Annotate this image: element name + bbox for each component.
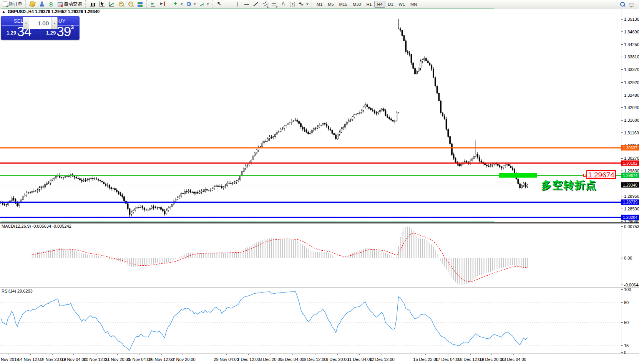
indicators-button[interactable] xyxy=(171,0,184,8)
candles-icon xyxy=(100,2,105,7)
svg-text:1.28500: 1.28500 xyxy=(624,207,639,211)
person-icon xyxy=(39,1,45,7)
auto-trading-button-label: 自动交易 xyxy=(64,1,82,7)
rsi-indicator-label: RSI(14) 29.6293 xyxy=(2,289,33,293)
chart-shift-button[interactable] xyxy=(158,0,167,8)
svg-text:15 Dec 23:00: 15 Dec 23:00 xyxy=(413,357,438,362)
template-icon xyxy=(200,2,204,6)
arrows-icon xyxy=(298,1,304,7)
svg-text:50: 50 xyxy=(624,320,629,325)
auto-icon xyxy=(58,2,63,7)
horizontal-line-button[interactable] xyxy=(242,0,251,8)
signals-button[interactable] xyxy=(46,0,56,8)
autoscroll-icon xyxy=(150,1,156,7)
volume-input[interactable] xyxy=(29,17,51,29)
volume-decrease-button[interactable]: ▼ xyxy=(23,17,29,29)
timeframe-w1-button[interactable]: W1 xyxy=(396,1,408,8)
data-window-button[interactable] xyxy=(37,0,46,8)
text-button[interactable] xyxy=(279,0,288,8)
svg-text:19 Dec 20:00: 19 Dec 20:00 xyxy=(479,357,504,362)
timeframe-m30-button[interactable]: M30 xyxy=(350,1,363,8)
auto-trading-button[interactable]: 自动交易 xyxy=(56,0,84,8)
timeframe-d1-button[interactable]: D1 xyxy=(385,1,396,8)
auto-scroll-button[interactable] xyxy=(149,0,158,8)
linechart-icon xyxy=(109,2,114,7)
rsi-pane xyxy=(0,291,621,350)
tile-icon xyxy=(137,1,143,7)
svg-text:25 Nov 04:00: 25 Nov 04:00 xyxy=(126,357,151,362)
svg-text:1.28950: 1.28950 xyxy=(624,194,639,199)
equidistant-channel-button[interactable] xyxy=(261,0,270,8)
price-callout-label[interactable]: 1.29674 xyxy=(586,170,616,179)
new-order-button[interactable]: 新订单 xyxy=(1,0,24,8)
svg-text:23 Dec 04:00: 23 Dec 04:00 xyxy=(501,357,526,362)
timeframe-m5-button[interactable]: M5 xyxy=(325,1,336,8)
arrows-button[interactable] xyxy=(297,0,310,8)
svg-text:15: 15 xyxy=(624,343,629,348)
line-chart-button[interactable] xyxy=(107,0,116,8)
svg-text:1.30270: 1.30270 xyxy=(624,156,639,160)
timeframe-m1-button[interactable]: M1 xyxy=(314,1,325,8)
vertical-line-button[interactable] xyxy=(233,0,242,8)
textA-icon xyxy=(280,1,287,7)
gold-icon xyxy=(29,1,36,7)
candlestick-chart-button[interactable] xyxy=(97,0,107,8)
periods-button[interactable] xyxy=(184,0,198,8)
shift-icon xyxy=(159,1,166,7)
search-button[interactable] xyxy=(618,0,627,8)
svg-text:1.34690: 1.34690 xyxy=(624,30,639,34)
timeframe-h1-button[interactable]: H1 xyxy=(363,1,374,8)
chevron-down-icon xyxy=(306,3,309,5)
zoom-out-button[interactable] xyxy=(126,0,136,8)
time-axis[interactable]: 3 Nov 201914 Nov 12:0017 Nov 23:0019 Nov… xyxy=(0,354,526,362)
macd-histogram xyxy=(32,227,528,285)
market-watch-button[interactable] xyxy=(28,0,37,8)
crosshair-button[interactable] xyxy=(224,0,233,8)
turning-point-annotation[interactable]: 多空转折点 xyxy=(541,178,597,192)
volume-control: ▼ ▲ xyxy=(23,17,58,29)
support-zone-rectangle[interactable] xyxy=(499,173,537,178)
tline-icon xyxy=(253,1,259,7)
svg-text:19 Nov 04:00: 19 Nov 04:00 xyxy=(61,357,86,362)
timeframe-m15-button[interactable]: M15 xyxy=(337,1,350,8)
svg-text:5 Dec 04:00: 5 Dec 04:00 xyxy=(281,357,304,362)
svg-text:1.31160: 1.31160 xyxy=(624,131,639,135)
templates-button[interactable] xyxy=(198,0,211,8)
svg-text:1.33810: 1.33810 xyxy=(624,55,639,59)
bar-chart-button[interactable] xyxy=(88,0,97,8)
hline-icon xyxy=(244,1,250,7)
text-label-button[interactable] xyxy=(288,0,297,8)
svg-text:1.29340: 1.29340 xyxy=(623,183,637,187)
svg-text:11 Dec 04:00: 11 Dec 04:00 xyxy=(347,357,372,362)
zoomin-icon xyxy=(119,2,124,7)
svg-text:3 Dec 20:00: 3 Dec 20:00 xyxy=(259,357,282,362)
chat-button[interactable] xyxy=(627,0,636,8)
collapse-chart-icon[interactable]: ▲ xyxy=(2,10,5,13)
svg-text:1.32040: 1.32040 xyxy=(624,105,639,110)
svg-text:0.007538: 0.007538 xyxy=(624,224,639,229)
timeframe-mn-button[interactable]: MN xyxy=(408,1,420,8)
timeframe-h4-button[interactable]: H4 xyxy=(374,1,385,8)
svg-text:3 Nov 2019: 3 Nov 2019 xyxy=(0,357,19,362)
cursor-button[interactable] xyxy=(214,0,224,8)
svg-text:1.29674: 1.29674 xyxy=(623,173,637,178)
chart-title: GBPUSD-,H4 1.29376 1.29452 1.29326 1.293… xyxy=(8,9,100,14)
chevron-down-icon xyxy=(207,3,209,5)
trendline-button[interactable] xyxy=(251,0,261,8)
bars-icon xyxy=(90,2,95,7)
vline-icon xyxy=(234,1,241,7)
volume-increase-button[interactable]: ▲ xyxy=(51,17,57,29)
tile-windows-button[interactable] xyxy=(136,0,145,8)
zoom-in-button[interactable] xyxy=(116,0,126,8)
svg-text:27 Nov 20:00: 27 Nov 20:00 xyxy=(170,357,195,362)
svg-text:1.28739: 1.28739 xyxy=(623,200,637,204)
svg-text:1.30102: 1.30102 xyxy=(623,161,637,165)
svg-text:9 Dec 20:00: 9 Dec 20:00 xyxy=(326,357,349,362)
svg-text:6 Dec 12:00: 6 Dec 12:00 xyxy=(304,357,326,362)
fibonacci-button[interactable] xyxy=(270,0,279,8)
candles-layer xyxy=(0,19,528,217)
callout-connector-node xyxy=(583,174,586,177)
candle-wicks xyxy=(1,19,527,217)
bear-candles xyxy=(2,29,526,215)
svg-text:14 Nov 12:00: 14 Nov 12:00 xyxy=(18,357,43,362)
